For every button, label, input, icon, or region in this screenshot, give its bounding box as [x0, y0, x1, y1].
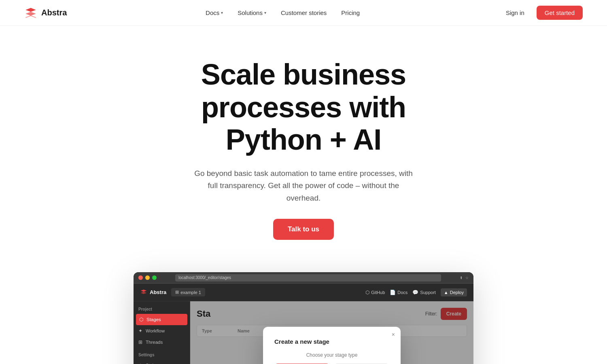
support-icon: 💬	[412, 290, 418, 295]
url-text: localhost:3000/_editor/stages	[178, 275, 231, 280]
support-link[interactable]: 💬 Support	[412, 290, 436, 295]
sidebar-item-workflow[interactable]: ✦ Workflow	[134, 325, 190, 336]
nav-solutions[interactable]: Solutions ▾	[232, 6, 272, 19]
threads-icon: ⊞	[138, 339, 142, 345]
get-started-button[interactable]: Get started	[537, 6, 583, 20]
modal-close-button[interactable]: ×	[392, 332, 395, 337]
bookmark-icon: ☆	[465, 276, 469, 280]
app-tab[interactable]: ⊞ example 1	[171, 288, 205, 296]
navigation: Abstra Docs ▾ Solutions ▾ Customer stori…	[0, 0, 607, 26]
tab-icon: ⊞	[175, 290, 179, 295]
logo[interactable]: Abstra	[24, 7, 67, 19]
workflow-icon: ✦	[138, 328, 142, 334]
project-section-label: Project	[134, 307, 190, 314]
nav-pricing[interactable]: Pricing	[335, 6, 365, 19]
hero-section: Scale business processes with Python + A…	[0, 26, 607, 260]
close-dot[interactable]	[138, 275, 143, 280]
app-logo: Abstra	[140, 289, 166, 296]
maximize-dot[interactable]	[152, 275, 157, 280]
minimize-dot[interactable]	[145, 275, 150, 280]
sidebar-item-stages[interactable]: ⬡ Stages	[136, 314, 187, 325]
modal-title: Create a new stage	[274, 338, 389, 345]
nav-center: Docs ▾ Solutions ▾ Customer stories Pric…	[200, 6, 365, 19]
url-bar[interactable]: localhost:3000/_editor/stages	[175, 274, 441, 281]
macos-titlebar: localhost:3000/_editor/stages ⬆ ☆	[134, 272, 473, 284]
topbar-right: ⬡ GitHub 📄 Docs 💬 Support ▲ Deploy	[365, 288, 467, 296]
app-sidebar: Project ⬡ Stages ✦ Workflow ⊞ Threads Se…	[134, 301, 190, 364]
logo-text: Abstra	[41, 8, 67, 17]
hero-subtitle: Go beyond basic task automation to tame …	[190, 167, 417, 204]
sidebar-item-threads[interactable]: ⊞ Threads	[134, 336, 190, 348]
modal-subtitle: Choose your stage type	[274, 352, 389, 358]
app-topbar: Abstra ⊞ example 1 ⬡ GitHub 📄 Docs 💬	[134, 284, 473, 301]
deploy-icon: ▲	[444, 290, 448, 295]
docs-icon: 📄	[390, 290, 396, 295]
app-window: localhost:3000/_editor/stages ⬆ ☆ Abstra…	[134, 272, 473, 364]
app-body: Project ⬡ Stages ✦ Workflow ⊞ Threads Se…	[134, 301, 473, 364]
screenshot-section: localhost:3000/_editor/stages ⬆ ☆ Abstra…	[0, 260, 607, 364]
sidebar-item-style[interactable]: ✦ Style	[134, 360, 190, 364]
github-icon: ⬡	[365, 290, 369, 295]
topbar-left: Abstra ⊞ example 1	[140, 288, 205, 296]
share-icon: ⬆	[460, 276, 463, 280]
docs-link[interactable]: 📄 Docs	[390, 290, 407, 295]
window-controls: ⬆ ☆	[460, 276, 469, 280]
talk-to-us-button[interactable]: Talk to us	[273, 219, 334, 240]
create-stage-modal: × Create a new stage Choose your stage t…	[263, 327, 401, 364]
hero-heading: Scale business processes with Python + A…	[150, 58, 457, 156]
settings-section-label: Settings	[134, 353, 190, 360]
nav-right: Sign in Get started	[499, 6, 583, 20]
sidebar-workflow-label: Workflow	[146, 328, 165, 333]
nav-docs[interactable]: Docs ▾	[200, 6, 229, 19]
style-icon: ✦	[138, 362, 142, 364]
app-main: Sta Filter: Create Type Name × Create a …	[190, 301, 473, 364]
nav-customer-stories[interactable]: Customer stories	[275, 6, 332, 19]
sidebar-stages-label: Stages	[146, 317, 161, 322]
stages-icon: ⬡	[139, 317, 143, 322]
modal-overlay[interactable]: × Create a new stage Choose your stage t…	[190, 301, 473, 364]
deploy-button[interactable]: ▲ Deploy	[441, 288, 467, 296]
solutions-chevron-icon: ▾	[264, 11, 266, 15]
github-link[interactable]: ⬡ GitHub	[365, 290, 385, 295]
docs-chevron-icon: ▾	[221, 11, 223, 15]
sidebar-threads-label: Threads	[146, 340, 163, 345]
signin-button[interactable]: Sign in	[499, 6, 532, 19]
